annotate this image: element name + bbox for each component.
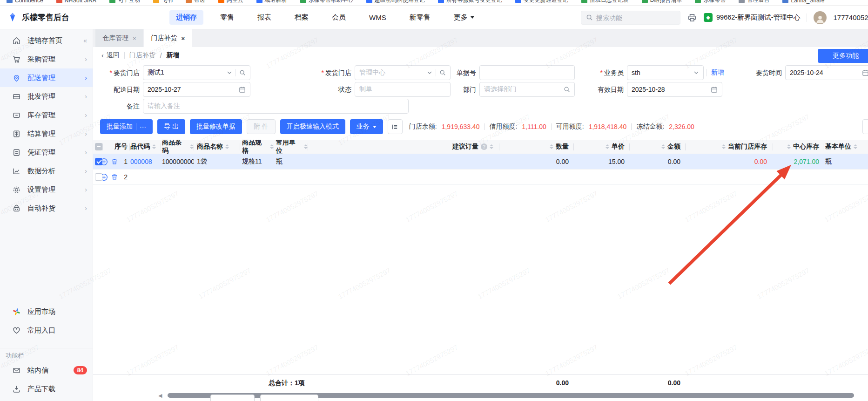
printer-icon[interactable]: [687, 13, 697, 23]
sort-icon[interactable]: [152, 144, 156, 149]
sort-icon[interactable]: [270, 144, 274, 149]
speed-input-button[interactable]: 开启极速输入模式: [280, 119, 345, 134]
col-center-stock[interactable]: 中心库存: [773, 140, 823, 154]
col-unit[interactable]: 常用单位: [274, 140, 308, 154]
cell-qty[interactable]: [499, 170, 573, 184]
sidebar-item-settings[interactable]: 设置管理›: [0, 180, 93, 199]
bookmark-item[interactable]: 飞书: [153, 0, 173, 4]
sort-icon[interactable]: [190, 144, 194, 149]
attachment-button[interactable]: 附 件: [247, 119, 276, 134]
cell-code[interactable]: 000008: [129, 154, 161, 169]
avatar[interactable]: [814, 11, 827, 24]
tab-close-icon[interactable]: ×: [133, 35, 136, 42]
menu-item-inventory[interactable]: 进销存: [169, 10, 203, 25]
sort-icon[interactable]: [225, 144, 229, 149]
sort-icon[interactable]: [490, 144, 493, 149]
table-row[interactable]: 1 000008 1000000001 1袋 规格11 瓶 0.00 15.00…: [93, 154, 868, 170]
menu-item-archives[interactable]: 档案: [288, 10, 315, 25]
sidebar-item-downloads[interactable]: 产品下载: [0, 380, 93, 398]
tab-warehouse[interactable]: 仓库管理×: [95, 29, 143, 47]
user-account[interactable]: 17774005297: [833, 14, 868, 21]
sort-icon[interactable]: [550, 144, 553, 149]
sidebar-item-app-market[interactable]: 应用市场: [0, 302, 93, 321]
bookmark-item[interactable]: 超级密码的使用登记: [366, 0, 425, 4]
col-store-stock[interactable]: 当前门店库存: [685, 140, 773, 154]
bookmark-item[interactable]: 智齿: [186, 0, 205, 4]
business-dropdown-button[interactable]: 业务: [350, 119, 383, 134]
sidebar-item-stock[interactable]: 库存管理›: [0, 106, 93, 124]
search-icon[interactable]: [564, 86, 570, 93]
export-button[interactable]: 导 出: [157, 119, 185, 134]
function-search[interactable]: [581, 11, 680, 25]
col-spec[interactable]: 商品规格: [240, 140, 274, 154]
sort-icon[interactable]: [661, 144, 665, 149]
scroll-left-icon[interactable]: ◀: [158, 393, 162, 399]
sidebar-item-analytics[interactable]: 数据分析›: [0, 162, 93, 180]
add-row-icon[interactable]: [102, 173, 108, 181]
search-icon[interactable]: [239, 69, 246, 76]
bookmark-item[interactable]: 阿里云: [218, 0, 243, 4]
col-qty[interactable]: 数量: [499, 140, 573, 154]
request-store-select[interactable]: 测试1: [143, 65, 250, 80]
cell-code[interactable]: [129, 170, 161, 184]
bookmark-item[interactable]: NHSoft JIRA: [56, 0, 96, 4]
delivery-date-input[interactable]: 2025-10-27: [143, 82, 250, 97]
select-all-checkbox[interactable]: [95, 143, 102, 150]
sort-icon[interactable]: [722, 144, 726, 149]
tab-store-replenish[interactable]: 门店补货×: [144, 29, 192, 47]
sort-icon[interactable]: [304, 144, 308, 149]
delete-row-icon[interactable]: [111, 173, 118, 181]
menu-item-wms[interactable]: WMS: [363, 11, 393, 24]
collapse-left-icon[interactable]: «: [83, 37, 87, 44]
bookmark-item[interactable]: 所有客服账号变更登记: [438, 0, 502, 4]
back-button[interactable]: ‹返回: [101, 51, 120, 60]
row-checkbox[interactable]: [95, 158, 102, 165]
sort-icon[interactable]: [854, 144, 857, 149]
sort-icon[interactable]: [606, 144, 609, 149]
bookmark-item[interactable]: D组报告清单: [642, 0, 682, 4]
cell-qty[interactable]: 0.00: [499, 154, 573, 169]
tab-close-icon[interactable]: ×: [182, 35, 185, 42]
col-code[interactable]: 品代码: [129, 140, 161, 154]
batch-add-button[interactable]: 批量添加 ···: [100, 119, 153, 134]
search-input[interactable]: [596, 14, 666, 21]
sidebar-item-home[interactable]: 进销存首页«: [0, 31, 93, 50]
bookmark-item[interactable]: 值班日志登记表: [581, 0, 629, 4]
menu-item-new-retail[interactable]: 新零售: [403, 10, 437, 25]
sidebar-item-favorites[interactable]: 常用入口: [0, 321, 93, 340]
remark-input[interactable]: 请输入备注: [143, 99, 409, 114]
bookmark-item[interactable]: 域名解析: [256, 0, 287, 4]
bookmark-item[interactable]: Lanna_Share: [782, 0, 824, 4]
bookmark-item[interactable]: 乐檬零售: [695, 0, 726, 4]
menu-item-more[interactable]: 更多: [447, 10, 481, 25]
bookmark-item[interactable]: Confluence: [7, 0, 43, 4]
bookmark-item[interactable]: 变更更新通道登记: [515, 0, 568, 4]
salesman-select[interactable]: sth: [627, 65, 704, 80]
cell-price[interactable]: 15.00: [573, 154, 629, 169]
table-row[interactable]: 2: [93, 170, 868, 185]
doc-no-input[interactable]: [479, 65, 575, 80]
bookmark-item[interactable]: 乐檬零售帮助中心: [300, 0, 353, 4]
col-name[interactable]: 商品名称: [194, 140, 240, 154]
batch-add-more-icon[interactable]: ···: [140, 123, 146, 130]
clipped-bottom-control[interactable]: [210, 394, 255, 401]
sidebar-item-wholesale[interactable]: 批发管理›: [0, 87, 93, 106]
col-suggest[interactable]: 建议订量?: [308, 140, 499, 154]
help-icon[interactable]: ?: [481, 143, 487, 150]
toolbar-overflow-button[interactable]: [862, 119, 868, 134]
sidebar-item-auto-replenish[interactable]: 自动补货›: [0, 199, 93, 217]
batch-edit-button[interactable]: 批量修改单据: [190, 119, 242, 134]
department-select[interactable]: 请选择部门: [479, 82, 575, 97]
col-price[interactable]: 单价: [573, 140, 629, 154]
valid-date-input[interactable]: 2025-10-28: [627, 82, 722, 97]
cell-price[interactable]: [573, 170, 629, 184]
add-salesman-link[interactable]: 新增: [711, 68, 724, 77]
menu-item-reports[interactable]: 报表: [251, 10, 278, 25]
request-time-input[interactable]: 2025-10-24: [785, 65, 868, 80]
bookmark-item[interactable]: 管理后台: [739, 0, 769, 4]
tenant-switcher[interactable]: ◆ 99662-新界面测试-管理中心: [704, 13, 800, 22]
column-settings-button[interactable]: [388, 119, 403, 134]
clipped-bottom-control[interactable]: [260, 394, 318, 401]
menu-item-retail[interactable]: 零售: [214, 10, 241, 25]
col-base-unit[interactable]: 基本单位: [823, 140, 868, 154]
